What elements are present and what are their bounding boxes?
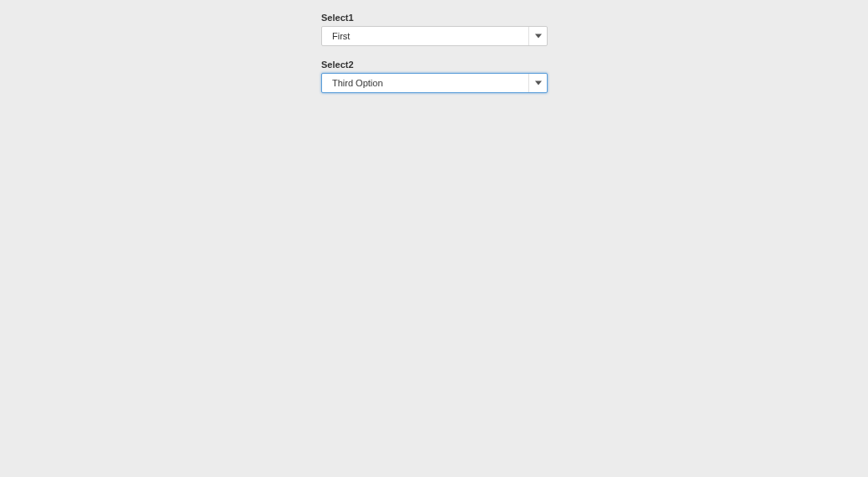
chevron-down-icon [528,27,547,45]
select2-value: Third Option [322,78,528,88]
svg-marker-0 [535,34,542,39]
select2-label: Select2 [321,60,548,70]
select2-field: Select2 Third Option [321,60,548,93]
form-container: Select1 First Select2 Third Option [321,13,548,93]
svg-marker-1 [535,81,542,86]
select1-dropdown[interactable]: First [321,26,548,46]
select1-label: Select1 [321,13,548,23]
chevron-down-icon [528,74,547,92]
select1-value: First [322,31,528,41]
select2-dropdown[interactable]: Third Option [321,73,548,93]
select1-field: Select1 First [321,13,548,46]
